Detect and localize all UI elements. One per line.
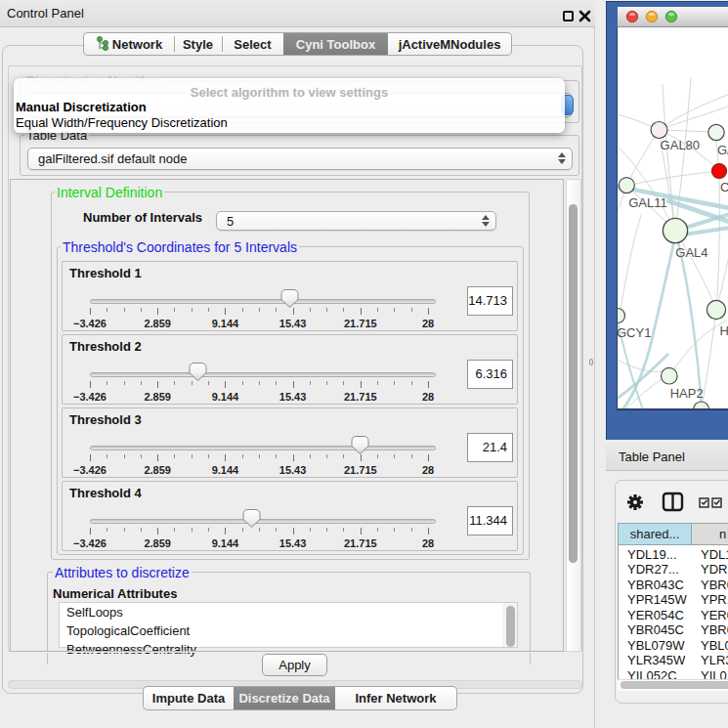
svg-text:HAP2: HAP2 <box>670 386 704 401</box>
svg-text:GAL80: GAL80 <box>661 138 700 152</box>
svg-text:GCY1: GCY1 <box>618 325 651 340</box>
svg-text:GAL4: GAL4 <box>675 245 707 260</box>
svg-text:C: C <box>720 180 728 194</box>
svg-text:GA: GA <box>717 143 728 157</box>
svg-text:GAL11: GAL11 <box>628 195 667 210</box>
svg-text:HI: HI <box>720 323 728 338</box>
